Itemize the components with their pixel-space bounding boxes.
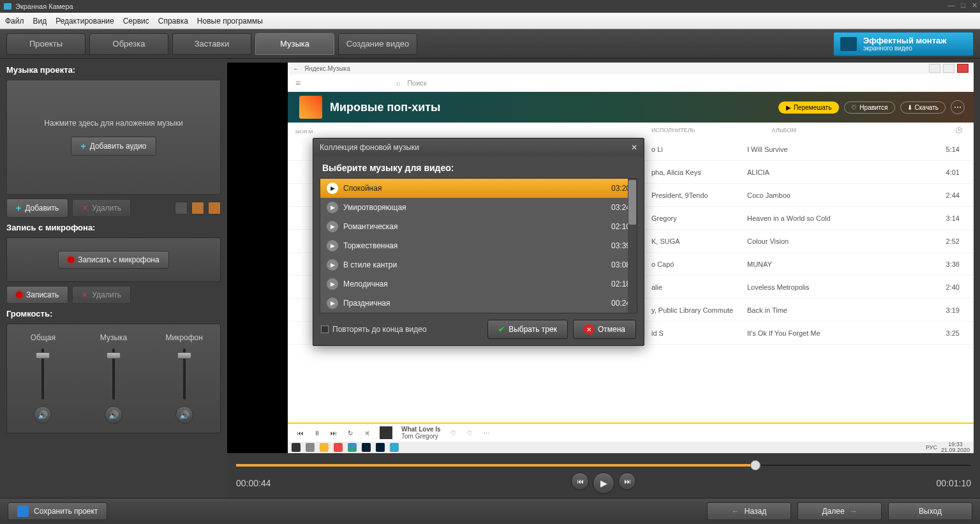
burger-icon[interactable]: ≡ bbox=[295, 78, 301, 88]
x-icon: ✕ bbox=[82, 290, 88, 299]
tab-music[interactable]: Музыка bbox=[255, 33, 334, 55]
play-icon[interactable]: ▶ bbox=[327, 221, 338, 232]
dots-icon[interactable]: ⋯ bbox=[483, 430, 491, 437]
tab-create[interactable]: Создание видео bbox=[338, 33, 417, 55]
menu-view[interactable]: Вид bbox=[33, 17, 47, 26]
add-button[interactable]: +Добавить bbox=[6, 198, 68, 218]
modal-close-icon[interactable]: ✕ bbox=[631, 143, 637, 152]
tracklist-scrollbar[interactable] bbox=[628, 179, 637, 313]
save-project-button[interactable]: Сохранить проект bbox=[8, 502, 107, 520]
menu-new[interactable]: Новые программы bbox=[197, 17, 263, 26]
exit-button[interactable]: Выход bbox=[888, 502, 972, 520]
back-icon[interactable]: ← bbox=[293, 65, 299, 72]
play-icon[interactable]: ▶ bbox=[327, 240, 338, 251]
play-icon[interactable]: ▶ bbox=[327, 278, 338, 290]
tracklist: ▶Спокойная03:20▶Умиротворяющая03:24▶Рома… bbox=[320, 178, 637, 313]
next-icon[interactable]: ⏭ bbox=[330, 430, 338, 437]
hero-title: Мировые поп-хиты bbox=[330, 101, 441, 114]
record-mic-button[interactable]: Записать с микрофона bbox=[58, 251, 168, 269]
ps-icon[interactable] bbox=[362, 443, 371, 452]
select-track-button[interactable]: ✔Выбрать трек bbox=[487, 320, 568, 339]
more-icon[interactable]: ⋯ bbox=[951, 100, 965, 114]
close-win-icon[interactable] bbox=[957, 64, 969, 73]
yandex-title: Яндекс.Музыка bbox=[304, 65, 350, 72]
prev-icon[interactable]: ⏮ bbox=[297, 430, 304, 437]
promo-banner[interactable]: Эффектный монтаж экранного видео bbox=[833, 32, 974, 56]
heart-icon[interactable]: ♡ bbox=[450, 430, 457, 437]
close-icon[interactable]: ✕ bbox=[972, 1, 977, 10]
record-button[interactable]: Записать bbox=[6, 286, 68, 304]
tab-intros[interactable]: Заставки bbox=[172, 33, 251, 55]
tab-trim[interactable]: Обрезка bbox=[89, 33, 168, 55]
play-icon[interactable]: ▶ bbox=[327, 183, 338, 194]
next-frame-button[interactable]: ⏭ bbox=[618, 472, 636, 490]
ps-icon-2[interactable] bbox=[376, 443, 385, 452]
repeat-icon[interactable]: ↻ bbox=[346, 430, 354, 437]
tb-icon-3[interactable] bbox=[334, 443, 343, 452]
vol-slider-master[interactable] bbox=[41, 348, 44, 400]
maximize-icon[interactable]: □ bbox=[961, 1, 965, 10]
minimize-icon[interactable]: — bbox=[947, 1, 954, 10]
mute-mic[interactable]: 🔊 bbox=[175, 406, 193, 424]
plus-icon: + bbox=[16, 203, 21, 213]
move-up-icon[interactable] bbox=[191, 202, 204, 214]
search-icon[interactable]: ⌕ bbox=[396, 79, 401, 87]
check-icon: ✔ bbox=[498, 325, 505, 334]
play-icon[interactable]: ▶ bbox=[327, 202, 338, 213]
repeat-checkbox[interactable] bbox=[321, 326, 329, 333]
mute-music[interactable]: 🔊 bbox=[105, 406, 122, 424]
shuffle-button[interactable]: ▶ Перемешать bbox=[778, 101, 839, 114]
seek-head[interactable] bbox=[750, 460, 761, 470]
pause-icon[interactable]: ⏸ bbox=[313, 430, 321, 437]
tracklist-item[interactable]: ▶В стиле кантри03:08 bbox=[320, 255, 637, 274]
tracklist-item[interactable]: ▶Умиротворяющая03:24 bbox=[320, 198, 637, 217]
tracklist-item[interactable]: ▶Торжественная03:39 bbox=[320, 236, 637, 255]
min-icon[interactable] bbox=[929, 64, 940, 73]
tb-icon-2[interactable] bbox=[320, 443, 329, 452]
menu-edit[interactable]: Редактирование bbox=[56, 17, 114, 26]
tab-projects[interactable]: Проекты bbox=[6, 33, 85, 55]
tray-date: 21.09.2020 bbox=[941, 447, 970, 453]
vol-slider-music[interactable] bbox=[112, 348, 115, 400]
start-icon[interactable] bbox=[292, 443, 301, 452]
delete-button[interactable]: ✕Удалить bbox=[72, 199, 131, 217]
play-icon[interactable]: ▶ bbox=[327, 297, 338, 309]
music-drop-area[interactable]: Нажмите здесь для наложения музыки +Доба… bbox=[6, 80, 221, 195]
menu-service[interactable]: Сервис bbox=[123, 17, 149, 26]
tracklist-item[interactable]: ▶Спокойная03:20 bbox=[320, 179, 637, 198]
yandex-player: ⏮ ⏸ ⏭ ↻ ⤨ What Love Is Tom Gregory ♡ ♡ ⋯ bbox=[288, 423, 974, 442]
play-icon[interactable]: ▶ bbox=[327, 259, 338, 271]
tracklist-item[interactable]: ▶Мелодичная02:18 bbox=[320, 274, 637, 294]
delete-rec-button[interactable]: ✕Удалить bbox=[72, 286, 131, 304]
shuffle-icon[interactable]: ⤨ bbox=[363, 430, 371, 437]
search-placeholder[interactable]: Поиск bbox=[407, 79, 426, 87]
menu-file[interactable]: Файл bbox=[5, 17, 24, 26]
chrome-icon[interactable] bbox=[348, 443, 357, 452]
window-title: Экранная Камера bbox=[15, 3, 73, 10]
x-icon: ✕ bbox=[82, 204, 88, 213]
tb-icon-1[interactable] bbox=[306, 443, 315, 452]
tool-icon-1[interactable] bbox=[175, 202, 188, 214]
max-icon[interactable] bbox=[943, 64, 954, 73]
app-tb-icon[interactable] bbox=[390, 443, 399, 452]
tracklist-item[interactable]: ▶Праздничная00:24 bbox=[320, 294, 637, 313]
promo-title: Эффектный монтаж bbox=[863, 36, 947, 45]
cancel-button[interactable]: ✕Отмена bbox=[573, 320, 636, 339]
menu-help[interactable]: Справка bbox=[158, 17, 188, 26]
like-button[interactable]: ♡ Нравится bbox=[844, 101, 895, 114]
tracklist-item[interactable]: ▶Романтическая02:10 bbox=[320, 217, 637, 236]
prev-frame-button[interactable]: ⏮ bbox=[571, 472, 589, 490]
vol-slider-mic[interactable] bbox=[183, 348, 186, 400]
nav-my-music: МОЯ М bbox=[292, 126, 341, 137]
seek-bar[interactable] bbox=[236, 465, 971, 466]
footer: Сохранить проект ←Назад Далее→ Выход bbox=[0, 498, 980, 523]
add-audio-button[interactable]: +Добавить аудио bbox=[71, 137, 156, 156]
play-button[interactable]: ▶ bbox=[593, 472, 614, 494]
back-button[interactable]: ←Назад bbox=[707, 502, 791, 520]
mute-master[interactable]: 🔊 bbox=[34, 406, 52, 424]
download-button[interactable]: ⬇ Скачать bbox=[900, 101, 946, 114]
move-down-icon[interactable] bbox=[208, 202, 221, 214]
tray-lang[interactable]: РУС bbox=[926, 444, 937, 451]
next-button[interactable]: Далее→ bbox=[798, 502, 882, 520]
broken-heart-icon[interactable]: ♡ bbox=[466, 430, 474, 437]
